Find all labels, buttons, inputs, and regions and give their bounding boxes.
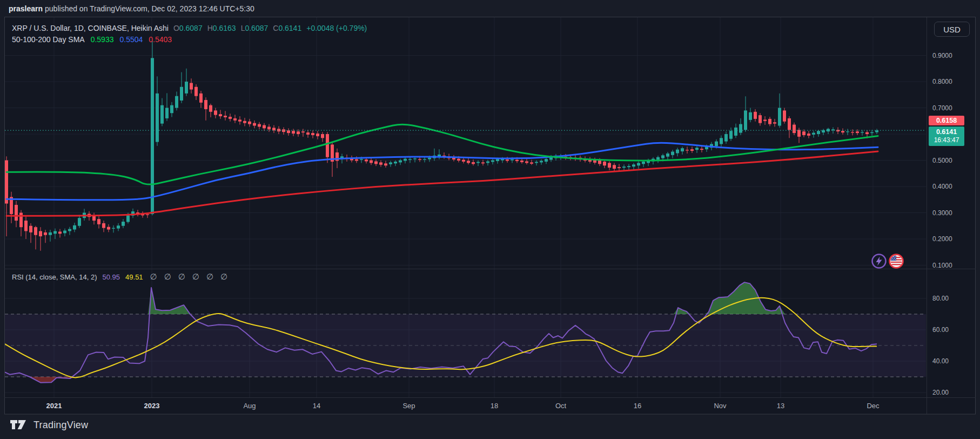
symbol-legend-row[interactable]: XRP / U.S. Dollar, 1D, COINBASE, Heikin … <box>12 24 367 32</box>
sma-legend-row[interactable]: 50-100-200 Day SMA 0.59330.55040.5403 <box>12 35 172 44</box>
attribution-username: praslearn <box>9 4 43 13</box>
time-label: 14 <box>313 402 320 410</box>
price-tick-label: 0.4000 <box>932 182 952 191</box>
ohlc-item: H0.6163 <box>207 24 236 32</box>
ohlc-values: O0.6087H0.6163L0.6087C0.6141 <box>169 24 301 32</box>
price-tick-label: 0.3000 <box>932 209 952 217</box>
us-flag-icon[interactable] <box>888 253 904 269</box>
price-badge-secondary-value: 0.6158 <box>936 117 957 124</box>
empty-set-icon: ∅ <box>178 272 185 282</box>
price-tick-label: 0.7000 <box>932 104 952 112</box>
time-label: Oct <box>555 402 566 410</box>
currency-button[interactable]: USD <box>934 22 970 37</box>
empty-set-icon: ∅ <box>192 272 199 282</box>
change-value: +0.0048 (+0.79%) <box>306 24 367 32</box>
sma-label: 50-100-200 Day SMA <box>12 35 85 44</box>
tradingview-snapshot: 0.90000.80000.70000.50000.40000.30000.20… <box>0 0 980 439</box>
attribution-bar: praslearn published on TradingView.com, … <box>0 0 980 17</box>
tradingview-logo-icon <box>10 419 29 431</box>
time-label: 16 <box>634 402 641 410</box>
axis-labels-layer: 0.90000.80000.70000.50000.40000.30000.20… <box>0 0 980 439</box>
rsi-sma-value: 49.51 <box>125 273 143 281</box>
rsi-tick-label: 60.00 <box>932 325 949 334</box>
price-tick-label: 0.8000 <box>932 77 952 86</box>
price-badge-secondary: 0.6158 <box>929 116 964 125</box>
lightning-icon[interactable] <box>871 253 887 269</box>
time-label: Aug <box>243 402 256 410</box>
rsi-value: 50.95 <box>103 273 120 281</box>
rsi-label: RSI (14, close, SMA, 14, 2) <box>12 273 97 281</box>
empty-set-icon: ∅ <box>150 272 157 282</box>
empty-set-icon: ∅ <box>206 272 213 282</box>
time-label: 2023 <box>144 402 160 410</box>
empty-set-icon: ∅ <box>164 272 171 282</box>
ohlc-item: L0.6087 <box>241 24 269 32</box>
tradingview-branding[interactable]: TradingView <box>10 419 88 431</box>
sma-value: 0.5504 <box>119 35 143 44</box>
ohlc-item: C0.6141 <box>273 24 301 32</box>
rsi-legend-row[interactable]: RSI (14, close, SMA, 14, 2) 50.95 49.51 … <box>12 272 227 282</box>
price-tick-label: 0.1000 <box>932 261 952 270</box>
sma-value: 0.5933 <box>91 35 114 44</box>
sma-values: 0.59330.55040.5403 <box>85 35 172 44</box>
time-label: 13 <box>777 402 784 410</box>
rsi-tick-label: 40.00 <box>932 357 949 365</box>
bar-countdown: 16:43:47 <box>929 136 964 144</box>
tradingview-logo-text: TradingView <box>33 420 88 431</box>
time-label: Nov <box>714 402 726 410</box>
rsi-tick-label: 20.00 <box>932 388 949 397</box>
price-tick-label: 0.9000 <box>932 51 952 60</box>
price-tick-label: 0.2000 <box>932 235 952 243</box>
time-label: Sep <box>402 402 415 410</box>
time-label: Dec <box>867 402 879 410</box>
price-tick-label: 0.5000 <box>932 156 952 165</box>
rsi-tick-label: 80.00 <box>932 294 949 303</box>
time-label: 18 <box>491 402 498 410</box>
empty-set-icon: ∅ <box>220 272 227 282</box>
rsi-empty-values: ∅∅∅∅∅∅ <box>143 272 227 282</box>
ohlc-item: O0.6087 <box>173 24 203 32</box>
time-label: 2021 <box>46 402 62 410</box>
attribution-text: published on TradingView.com, Dec 02, 20… <box>45 4 254 13</box>
sma-value: 0.5403 <box>149 35 172 44</box>
current-price-value: 0.6141 <box>936 128 957 136</box>
symbol-title: XRP / U.S. Dollar, 1D, COINBASE, Heikin … <box>12 24 169 32</box>
price-badge-current: 0.6141 16:43:47 <box>929 127 964 146</box>
